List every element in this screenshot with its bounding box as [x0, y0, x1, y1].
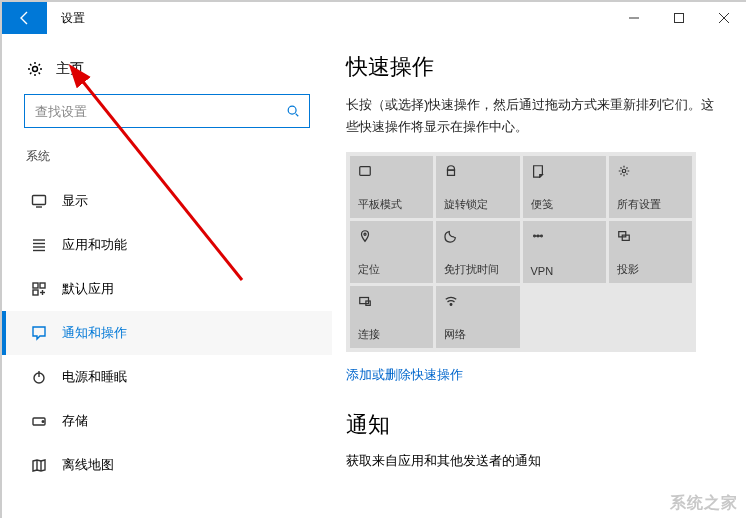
storage-icon	[31, 413, 47, 429]
close-icon	[718, 12, 730, 24]
svg-rect-25	[448, 170, 455, 175]
tile-label: 网络	[444, 327, 511, 342]
connect-icon	[358, 292, 425, 310]
minimize-button[interactable]	[611, 2, 656, 34]
nav-label: 电源和睡眠	[62, 368, 127, 386]
nav-label: 默认应用	[62, 280, 114, 298]
chat-icon	[31, 325, 47, 341]
svg-rect-1	[674, 14, 683, 23]
tile-label: 旋转锁定	[444, 197, 511, 212]
svg-rect-13	[33, 283, 38, 288]
tile-note[interactable]: 便笺	[523, 156, 606, 218]
tile-label: 便笺	[531, 197, 598, 212]
nav-maps[interactable]: 离线地图	[2, 443, 332, 487]
quick-actions-heading: 快速操作	[346, 52, 724, 82]
map-icon	[31, 457, 47, 473]
tile-label: 连接	[358, 327, 425, 342]
svg-point-29	[537, 235, 539, 237]
location-icon	[358, 227, 425, 245]
svg-point-28	[533, 235, 535, 237]
svg-point-37	[450, 304, 452, 306]
minimize-icon	[628, 12, 640, 24]
settings-icon	[617, 162, 684, 180]
tile-all-settings[interactable]: 所有设置	[609, 156, 692, 218]
nav-label: 通知和操作	[62, 324, 127, 342]
sidebar: 主页 系统 显示 应用和功能 默认应用 通知和操作 电源和睡眠 存	[2, 34, 332, 518]
tile-label: 定位	[358, 262, 425, 277]
tile-location[interactable]: 定位	[350, 221, 433, 283]
tile-project[interactable]: 投影	[609, 221, 692, 283]
tile-quiet-hours[interactable]: 免打扰时间	[436, 221, 519, 283]
nav-label: 存储	[62, 412, 88, 430]
nav-notifications[interactable]: 通知和操作	[2, 311, 332, 355]
svg-rect-15	[33, 290, 38, 295]
nav-power[interactable]: 电源和睡眠	[2, 355, 332, 399]
tile-label: 所有设置	[617, 197, 684, 212]
quick-action-tiles: 平板模式 旋转锁定 便笺 所有设置 定位 免打扰时间 VPN 投影 连接 网络	[346, 152, 696, 352]
svg-line-6	[296, 114, 299, 117]
monitor-icon	[31, 193, 47, 209]
nav-label: 离线地图	[62, 456, 114, 474]
back-button[interactable]	[2, 2, 47, 34]
svg-point-4	[33, 67, 38, 72]
tile-rotation-lock[interactable]: 旋转锁定	[436, 156, 519, 218]
tile-label: 平板模式	[358, 197, 425, 212]
svg-rect-7	[33, 196, 46, 205]
moon-icon	[444, 227, 511, 245]
default-apps-icon	[31, 281, 47, 297]
svg-rect-24	[360, 167, 371, 176]
gear-icon	[27, 61, 43, 77]
svg-rect-14	[40, 283, 45, 288]
quick-actions-desc: 长按（或选择)快速操作，然后通过拖动方式来重新排列它们。这些快速操作将显示在操作…	[346, 94, 724, 138]
search-box[interactable]	[24, 94, 310, 128]
note-icon	[531, 162, 598, 180]
notifications-desc: 获取来自应用和其他发送者的通知	[346, 452, 724, 470]
window-title: 设置	[47, 2, 99, 34]
title-bar: 设置	[2, 2, 746, 34]
nav-label: 应用和功能	[62, 236, 127, 254]
search-input[interactable]	[25, 95, 277, 127]
svg-point-21	[42, 421, 44, 423]
arrow-left-icon	[17, 10, 33, 26]
rotation-lock-icon	[444, 162, 511, 180]
nav-label: 显示	[62, 192, 88, 210]
tile-label: 投影	[617, 262, 684, 277]
tile-label: VPN	[531, 265, 598, 277]
group-label-system: 系统	[2, 148, 332, 179]
tile-vpn[interactable]: VPN	[523, 221, 606, 283]
tile-connect[interactable]: 连接	[350, 286, 433, 348]
vpn-icon	[531, 227, 598, 245]
power-icon	[31, 369, 47, 385]
list-icon	[31, 237, 47, 253]
add-remove-link[interactable]: 添加或删除快速操作	[346, 366, 724, 384]
svg-point-5	[288, 106, 296, 114]
maximize-icon	[673, 12, 685, 24]
notifications-heading: 通知	[346, 410, 724, 440]
maximize-button[interactable]	[656, 2, 701, 34]
svg-point-27	[364, 233, 366, 235]
tile-label: 免打扰时间	[444, 262, 511, 277]
project-icon	[617, 227, 684, 245]
home-label: 主页	[56, 60, 84, 78]
content-pane: 快速操作 长按（或选择)快速操作，然后通过拖动方式来重新排列它们。这些快速操作将…	[332, 34, 746, 518]
main-area: 主页 系统 显示 应用和功能 默认应用 通知和操作 电源和睡眠 存	[2, 34, 746, 518]
tile-tablet-mode[interactable]: 平板模式	[350, 156, 433, 218]
svg-point-30	[540, 235, 542, 237]
nav-display[interactable]: 显示	[2, 179, 332, 223]
tablet-icon	[358, 162, 425, 180]
home-link[interactable]: 主页	[2, 52, 332, 94]
tile-network[interactable]: 网络	[436, 286, 519, 348]
wifi-icon	[444, 292, 511, 310]
svg-point-26	[622, 169, 626, 173]
search-icon	[277, 104, 309, 118]
nav-default-apps[interactable]: 默认应用	[2, 267, 332, 311]
nav-storage[interactable]: 存储	[2, 399, 332, 443]
close-button[interactable]	[701, 2, 746, 34]
nav-apps[interactable]: 应用和功能	[2, 223, 332, 267]
